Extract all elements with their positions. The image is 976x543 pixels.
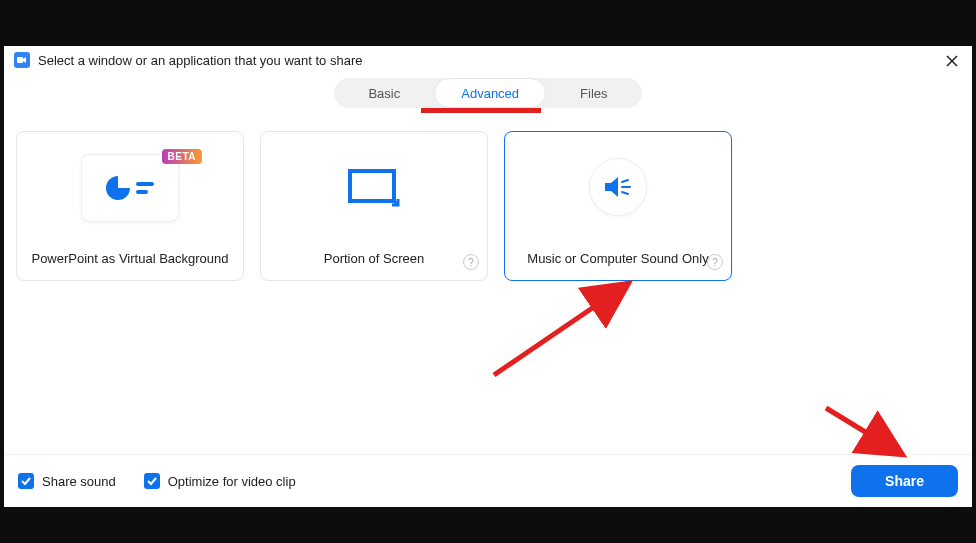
close-icon bbox=[946, 55, 958, 67]
svg-rect-1 bbox=[350, 171, 394, 201]
share-screen-dialog: Select a window or an application that y… bbox=[4, 46, 972, 507]
tab-advanced[interactable]: Advanced bbox=[434, 78, 546, 108]
option-preview bbox=[589, 158, 647, 216]
checkbox-checked-icon bbox=[144, 473, 160, 489]
checkbox-label: Optimize for video clip bbox=[168, 474, 296, 489]
option-label: Portion of Screen bbox=[324, 251, 424, 266]
help-icon[interactable]: ? bbox=[463, 254, 479, 270]
checkbox-label: Share sound bbox=[42, 474, 116, 489]
tab-basic[interactable]: Basic bbox=[334, 78, 434, 108]
beta-badge: BETA bbox=[162, 149, 202, 164]
share-sound-checkbox[interactable]: Share sound bbox=[18, 473, 116, 489]
option-preview bbox=[325, 154, 423, 222]
window-title: Select a window or an application that y… bbox=[38, 53, 362, 68]
option-preview: BETA bbox=[81, 154, 179, 222]
svg-line-2 bbox=[622, 180, 628, 182]
crop-region-icon bbox=[348, 169, 400, 207]
annotation-underline bbox=[421, 108, 541, 113]
slide-icon bbox=[106, 176, 154, 200]
svg-rect-0 bbox=[17, 57, 23, 63]
help-icon[interactable]: ? bbox=[707, 254, 723, 270]
checkbox-checked-icon bbox=[18, 473, 34, 489]
option-computer-sound-only[interactable]: Music or Computer Sound Only ? bbox=[504, 131, 732, 281]
dialog-footer: Share sound Optimize for video clip Shar… bbox=[4, 454, 972, 507]
close-button[interactable] bbox=[942, 50, 962, 74]
option-label: Music or Computer Sound Only bbox=[527, 251, 708, 266]
share-button[interactable]: Share bbox=[851, 465, 958, 497]
zoom-logo-icon bbox=[14, 52, 30, 68]
tab-group: Basic Advanced Files bbox=[334, 78, 641, 108]
option-portion-of-screen[interactable]: Portion of Screen ? bbox=[260, 131, 488, 281]
titlebar: Select a window or an application that y… bbox=[4, 46, 972, 74]
options-grid: BETA PowerPoint as Virtual Background Po… bbox=[4, 113, 972, 454]
tab-files[interactable]: Files bbox=[546, 78, 641, 108]
speaker-icon bbox=[603, 175, 633, 199]
svg-line-4 bbox=[622, 192, 628, 194]
option-powerpoint-virtual-background[interactable]: BETA PowerPoint as Virtual Background bbox=[16, 131, 244, 281]
optimize-video-checkbox[interactable]: Optimize for video clip bbox=[144, 473, 296, 489]
tabs-container: Basic Advanced Files bbox=[4, 78, 972, 108]
option-label: PowerPoint as Virtual Background bbox=[31, 251, 228, 266]
